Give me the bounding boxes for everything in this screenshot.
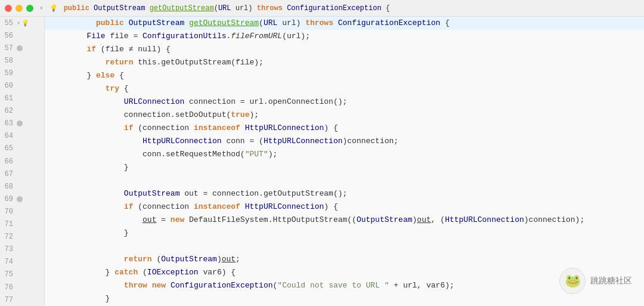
breakpoint-63[interactable] (17, 120, 23, 126)
gutter-row-62: 62 (0, 105, 44, 118)
code-text-60: try { (49, 82, 129, 95)
code-text-62: connection.setDoOutput(true); (49, 109, 259, 122)
code-text-76: } (49, 292, 110, 305)
gutter-row-63: 63 (0, 118, 44, 130)
gutter-row-60: 60 (0, 79, 44, 92)
line-number-72: 72 (0, 233, 17, 241)
code-line-63: if (connection instanceof HttpURLConnect… (45, 122, 644, 135)
code-text-73: return (OutputStream)out; (49, 253, 240, 266)
gutter-icons-69 (17, 196, 35, 202)
code-line-61: URLConnection connection = url.openConne… (45, 95, 644, 109)
gutter-row-68: 68 (0, 180, 44, 193)
breakpoint-57[interactable] (17, 45, 23, 51)
watermark: 🐸 跳跳糖社区 (559, 268, 632, 294)
traffic-light-yellow[interactable] (16, 5, 23, 12)
gutter-row-56: 56 (0, 29, 44, 42)
code-line-72 (45, 240, 644, 253)
line-number-70: 70 (0, 208, 17, 216)
gutter-row-76: 76 (0, 281, 44, 293)
code-text-69: if (connection instanceof HttpURLConnect… (49, 200, 338, 214)
gutter-row-74: 74 (0, 256, 44, 268)
code-text-63: if (connection instanceof HttpURLConnect… (49, 122, 338, 135)
line-number-67: 67 (0, 170, 17, 178)
code-text-64: HttpURLConnection conn = (HttpURLConnect… (49, 135, 398, 148)
code-text-66: } (49, 161, 129, 174)
line-number-71: 71 (0, 220, 17, 228)
code-line-57: if (file ≠ null) { (45, 43, 644, 56)
line-number-73: 73 (0, 245, 17, 254)
bulb-icon-55: 💡 (21, 20, 29, 27)
gutter-row-57: 57 (0, 42, 44, 54)
method-signature: public OutputStream getOutputStream(URL … (64, 4, 390, 13)
code-text-74: } catch (IOException var6) { (49, 266, 236, 279)
line-number-77: 77 (0, 296, 17, 304)
code-text-65: conn.setRequestMethod("PUT"); (49, 148, 277, 161)
gutter-icons-63 (17, 120, 35, 126)
traffic-light-red[interactable] (5, 5, 12, 12)
line-number-68: 68 (0, 183, 17, 191)
gutter-row-67: 67 (0, 168, 44, 180)
code-line-59: } else { (45, 69, 644, 82)
warning-icon-55: ⚡ (17, 20, 20, 27)
bulb-icon: 💡 (49, 4, 58, 12)
code-line-75: throw new ConfigurationException("Could … (45, 279, 644, 292)
code-line-67 (45, 174, 644, 187)
gutter-row-65: 65 (0, 143, 44, 155)
code-line-65: conn.setRequestMethod("PUT"); (45, 148, 644, 161)
gutter-icons-55: ⚡ 💡 (17, 20, 35, 27)
code-line-60: try { (45, 82, 644, 95)
code-text-67 (49, 174, 54, 187)
code-line-76: } (45, 292, 644, 305)
line-number-60: 60 (0, 82, 17, 90)
line-number-57: 57 (0, 44, 17, 52)
code-text-61: URLConnection connection = url.openConne… (49, 95, 347, 109)
watermark-logo: 🐸 (559, 268, 586, 294)
line-number-69: 69 (0, 195, 17, 203)
code-line-69: if (connection instanceof HttpURLConnect… (45, 200, 644, 214)
line-number-74: 74 (0, 258, 17, 266)
gutter-row-64: 64 (0, 130, 44, 143)
code-text-68: OutputStream out = connection.getOutputS… (49, 187, 347, 200)
editor: ⚡ 💡 public OutputStream getOutputStream(… (0, 0, 644, 306)
code-text-58: return this.getOutputStream(file); (49, 56, 264, 69)
lightning-icon: ⚡ (39, 4, 44, 12)
gutter-row-59: 59 (0, 67, 44, 79)
line-number-56: 56 (0, 32, 17, 40)
top-bar: ⚡ 💡 public OutputStream getOutputStream(… (0, 0, 644, 17)
watermark-text: 跳跳糖社区 (590, 276, 632, 286)
code-text-59: } else { (49, 69, 124, 82)
gutter-row-77: 77 (0, 293, 44, 306)
line-number-64: 64 (0, 132, 17, 140)
code-text-70: out = new DefaultFileSystem.HttpOutputSt… (49, 214, 584, 227)
line-number-61: 61 (0, 94, 17, 103)
traffic-light-green[interactable] (26, 5, 33, 12)
gutter-row-73: 73 (0, 243, 44, 256)
gutter-row-58: 58 (0, 54, 44, 67)
gutter-row-70: 70 (0, 205, 44, 218)
gutter-row-61: 61 (0, 92, 44, 105)
code-line-68: OutputStream out = connection.getOutputS… (45, 187, 644, 200)
code-text-57: if (file ≠ null) { (49, 43, 171, 56)
breakpoint-69[interactable] (17, 196, 23, 202)
line-number-66: 66 (0, 157, 17, 166)
code-line-74: } catch (IOException var6) { (45, 266, 644, 279)
gutter-icons-57 (17, 45, 35, 51)
code-text-71: } (49, 227, 129, 240)
gutter-row-72: 72 (0, 231, 44, 243)
code-line-62: connection.setDoOutput(true); (45, 109, 644, 122)
line-number-65: 65 (0, 144, 17, 153)
code-text-56: File file = ConfigurationUtils.fileFromU… (49, 30, 310, 43)
code-line-70: out = new DefaultFileSystem.HttpOutputSt… (45, 214, 644, 227)
code-text-75: throw new ConfigurationException("Could … (49, 279, 454, 292)
gutter-row-55: 55 ⚡ 💡 (0, 17, 44, 29)
code-area: 55 ⚡ 💡 56 57 58 (0, 17, 644, 306)
code-line-58: return this.getOutputStream(file); (45, 56, 644, 69)
line-number-59: 59 (0, 69, 17, 78)
code-text-72 (49, 240, 54, 253)
line-number-58: 58 (0, 57, 17, 65)
code-line-71: } (45, 227, 644, 240)
code-lines: public OutputStream getOutputStream(URL … (45, 17, 644, 306)
line-number-76: 76 (0, 283, 17, 292)
gutter: 55 ⚡ 💡 56 57 58 (0, 17, 45, 306)
gutter-row-71: 71 (0, 218, 44, 231)
